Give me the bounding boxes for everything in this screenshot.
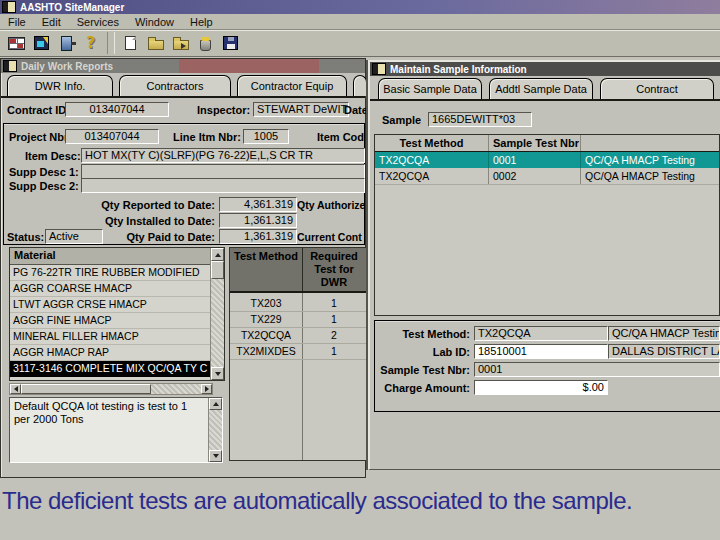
sample-test-nbr-field: 0001 — [474, 362, 720, 377]
supp-desc1-field — [81, 164, 365, 179]
dwr-window-title: Daily Work Reports — [21, 61, 113, 72]
qty-installed-field: 1,361.319 — [219, 213, 297, 228]
tab-partial[interactable] — [353, 75, 367, 96]
material-row[interactable]: PG 76-22TR TIRE RUBBER MODIFIED — [10, 265, 224, 281]
grid-icon[interactable] — [4, 32, 29, 54]
lab-id-label: Lab ID: — [375, 346, 470, 358]
test-required-cell: 1 — [303, 295, 365, 311]
sample-test-row-selected[interactable]: TX2QCQA 0001 QC/QA HMACP Testing — [375, 152, 719, 168]
menu-edit[interactable]: Edit — [34, 16, 69, 28]
qty-paid-label: Qty Paid to Date: — [89, 231, 215, 243]
tests-table: Test Method Required Test for DWR TX203 … — [229, 247, 368, 461]
scroll-down-icon[interactable] — [211, 367, 224, 380]
help-icon[interactable] — [79, 32, 104, 54]
line-itm-label: Line Itm Nbr: — [173, 131, 241, 143]
scroll-up-icon[interactable] — [209, 398, 222, 410]
test-method-cell: TX229 — [230, 311, 302, 327]
dwr-titlebar-stripe — [179, 59, 319, 73]
tab-baseline — [1, 96, 365, 98]
item-desc-label: Item Desc: — [25, 150, 81, 162]
test-required-cell: 1 — [303, 311, 365, 327]
lab-id-field[interactable]: 18510001 — [474, 344, 608, 359]
workstation-icon[interactable] — [29, 32, 54, 54]
folder-out-icon[interactable] — [168, 32, 193, 54]
delete-icon[interactable] — [193, 32, 218, 54]
qty-reported-field: 4,361.319 — [219, 197, 297, 212]
tab-contract[interactable]: Contract — [600, 78, 714, 99]
materials-header: Material — [10, 248, 224, 265]
dwr-titlebar: Daily Work Reports — [1, 59, 365, 73]
scroll-right-icon[interactable] — [201, 384, 212, 394]
col-description — [581, 135, 719, 151]
qty-reported-label: Qty Reported to Date: — [89, 199, 215, 211]
line-itm-field: 1005 — [243, 129, 289, 144]
test-method-cell: TX2MIXDES — [230, 343, 302, 359]
sample-window-icon — [372, 63, 386, 75]
item-desc-field: HOT MX(TY C)(SLRF)(PG 76-22)E,L,S CR TR — [81, 148, 365, 163]
tab-addtl-sample-data[interactable]: Addtl Sample Data — [489, 78, 593, 99]
scroll-left-icon[interactable] — [10, 384, 21, 394]
tab-contractors[interactable]: Contractors — [119, 75, 231, 96]
test-row[interactable]: TX2MIXDES 1 — [230, 343, 367, 360]
exit-door-icon[interactable] — [54, 32, 79, 54]
test-method-desc-field: QC/QA HMACP Testing — [608, 326, 720, 341]
charge-amount-field[interactable]: $.00 — [474, 380, 608, 395]
material-row[interactable]: AGGR HMACP RAP — [10, 345, 224, 361]
sample-tests-table: Test Method Sample Test Nbr TX2QCQA 0001… — [374, 134, 720, 316]
inspector-field: STEWART DeWITT — [253, 102, 349, 117]
scroll-thumb[interactable] — [211, 261, 224, 279]
menu-file[interactable]: File — [0, 16, 34, 28]
test-required-cell: 2 — [303, 327, 365, 343]
status-label: Status: — [7, 231, 44, 243]
material-row[interactable]: AGGR FINE HMACP — [10, 313, 224, 329]
menu-services[interactable]: Services — [69, 16, 127, 28]
test-row[interactable]: TX2QCQA 2 — [230, 327, 367, 344]
col-sample-test-nbr: Sample Test Nbr — [489, 135, 581, 151]
sample-label: Sample — [382, 114, 421, 126]
cell-method: TX2QCQA — [375, 152, 489, 168]
scroll-down-icon[interactable] — [209, 450, 222, 462]
materials-hscrollbar[interactable] — [9, 383, 213, 395]
note-scrollbar[interactable] — [208, 398, 222, 462]
test-row[interactable]: TX203 1 — [230, 295, 367, 312]
menu-bar: File Edit Services Window Help — [0, 14, 720, 30]
material-row[interactable]: MINERAL FILLER HMACP — [10, 329, 224, 345]
open-folder-icon[interactable] — [143, 32, 168, 54]
material-row[interactable]: AGGR COARSE HMACP — [10, 281, 224, 297]
material-row-selected[interactable]: 3117-3146 COMPLETE MIX QC/QA TY C — [10, 361, 224, 377]
menu-help[interactable]: Help — [182, 16, 221, 28]
screen: AASHTO SiteManager File Edit Services Wi… — [0, 0, 720, 540]
scroll-thumb-h[interactable] — [21, 384, 151, 394]
inspector-label: Inspector: — [197, 104, 250, 116]
tests-col-required: Required Test for DWR — [303, 250, 365, 289]
materials-scrollbar[interactable] — [210, 248, 224, 380]
supp-desc2-field — [81, 178, 365, 193]
sample-window-title: Maintain Sample Information — [390, 64, 527, 75]
materials-list: Material PG 76-22TR TIRE RUBBER MODIFIED… — [9, 247, 225, 381]
cell-method: TX2QCQA — [375, 168, 489, 184]
new-document-icon[interactable] — [118, 32, 143, 54]
menu-window[interactable]: Window — [127, 16, 182, 28]
test-method-label: Test Method: — [375, 328, 470, 340]
contract-id-label: Contract ID: — [7, 104, 70, 116]
lab-desc-field: DALLAS DISTRICT LABORATORY — [608, 344, 720, 359]
tab-baseline — [370, 99, 720, 101]
tab-basic-sample-data[interactable]: Basic Sample Data — [378, 78, 482, 99]
toolbar — [0, 30, 720, 57]
save-icon[interactable] — [218, 32, 243, 54]
material-row[interactable]: LTWT AGGR CRSE HMACP — [10, 297, 224, 313]
project-nbr-label: Project Nbr: — [9, 131, 72, 143]
project-nbr-field: 013407044 — [65, 129, 159, 144]
tab-dwr-info[interactable]: DWR Info. — [7, 75, 113, 96]
sample-test-nbr-label: Sample Test Nbr: — [375, 364, 470, 376]
test-row[interactable]: TX229 1 — [230, 311, 367, 328]
dwr-window-icon — [3, 60, 17, 72]
tests-table-header: Test Method Required Test for DWR — [230, 248, 367, 293]
test-required-cell: 1 — [303, 343, 365, 359]
app-title: AASHTO SiteManager — [20, 2, 124, 13]
tab-contractor-equip[interactable]: Contractor Equip — [237, 75, 347, 96]
scroll-up-icon[interactable] — [211, 248, 224, 261]
contract-id-field: 013407044 — [65, 102, 169, 117]
tests-col-method: Test Method — [230, 250, 302, 262]
sample-test-row[interactable]: TX2QCQA 0002 QC/QA HMACP Testing — [375, 168, 719, 185]
